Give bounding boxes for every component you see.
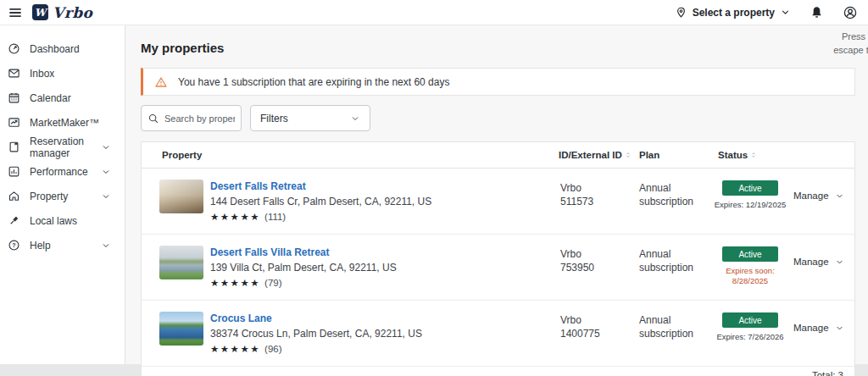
- property-rating: ★★★★★ (79): [210, 277, 397, 289]
- review-count: (111): [264, 212, 286, 222]
- property-address: 139 Villa Ct, Palm Desert, CA, 92211, US: [210, 262, 397, 274]
- property-plan: Annual subscription: [632, 246, 711, 274]
- sidebar-item-label: Inbox: [30, 68, 54, 80]
- mail-icon: [8, 67, 20, 80]
- manage-label: Manage: [793, 323, 829, 333]
- sort-icon: [625, 152, 632, 158]
- property-selector[interactable]: Select a property: [675, 6, 791, 19]
- star-rating-icons: ★★★★★: [210, 277, 260, 289]
- sidebar-item-label: MarketMaker™: [30, 117, 99, 129]
- sidebar-item-dashboard[interactable]: Dashboard: [0, 36, 125, 61]
- property-plan: Annual subscription: [632, 312, 711, 340]
- table-footer: Total: 3 properties: [142, 367, 854, 376]
- sidebar-item-label: Help: [30, 240, 51, 252]
- property-address: 38374 Crocus Ln, Palm Desert, CA, 92211,…: [210, 328, 422, 340]
- table-row: Crocus Lane 38374 Crocus Ln, Palm Desert…: [142, 301, 854, 367]
- sidebar-item-label: Dashboard: [30, 43, 80, 55]
- property-rating: ★★★★★ (96): [210, 343, 422, 355]
- gauge-icon: [8, 42, 20, 55]
- vrbo-wordmark: Vrbo: [53, 4, 92, 21]
- sidebar-item-label: Reservation manager: [30, 135, 92, 159]
- sort-icon: [750, 152, 757, 158]
- chevron-down-icon: [835, 323, 844, 333]
- star-rating-icons: ★★★★★: [210, 211, 260, 223]
- column-header-status[interactable]: Status: [711, 150, 789, 160]
- properties-table: Property ID/External ID Plan Status Dese…: [141, 141, 855, 376]
- filters-dropdown[interactable]: Filters: [250, 105, 370, 131]
- status-badge: Active: [722, 312, 778, 328]
- page-title: My properties: [141, 41, 855, 55]
- warning-triangle-icon: [154, 75, 168, 89]
- property-address: 144 Desert Falls Cr, Palm Desert, CA, 92…: [210, 196, 431, 207]
- expiry-date: Expires: 12/19/2025: [715, 200, 787, 210]
- escape-hint-text: Press escape to: [827, 30, 868, 57]
- property-search: [141, 105, 242, 131]
- chevron-down-icon: [101, 191, 111, 202]
- review-count: (96): [264, 344, 281, 354]
- property-name-link[interactable]: Desert Falls Retreat: [210, 180, 431, 192]
- property-name-link[interactable]: Crocus Lane: [210, 312, 422, 324]
- account-icon[interactable]: [843, 5, 858, 20]
- manage-dropdown[interactable]: Manage: [789, 180, 854, 201]
- gavel-icon: [8, 214, 20, 227]
- subscription-warning-banner: You have 1 subscription that are expirin…: [141, 68, 855, 96]
- sidebar-item-help[interactable]: Help: [0, 233, 125, 257]
- sidebar-item-local-laws[interactable]: Local laws: [0, 208, 125, 233]
- home-icon: [8, 190, 20, 202]
- property-rating: ★★★★★ (111): [210, 211, 431, 223]
- table-header-row: Property ID/External ID Plan Status: [142, 142, 854, 169]
- search-input[interactable]: [164, 113, 235, 124]
- property-thumbnail[interactable]: [159, 246, 203, 279]
- manage-label: Manage: [793, 257, 829, 267]
- top-bar: W Vrbo Select a property: [0, 0, 868, 25]
- help-icon: [8, 239, 20, 252]
- hamburger-menu-icon[interactable]: [7, 4, 24, 21]
- property-plan: Annual subscription: [632, 180, 711, 208]
- sidebar-item-inbox[interactable]: Inbox: [0, 61, 125, 86]
- sidebar-item-label: Performance: [30, 166, 88, 178]
- sidebar-item-reservation-manager[interactable]: Reservation manager: [0, 135, 125, 159]
- property-thumbnail[interactable]: [159, 180, 203, 213]
- calendar-icon: [8, 91, 20, 104]
- column-header-property[interactable]: Property: [142, 150, 552, 160]
- column-header-plan[interactable]: Plan: [632, 150, 711, 160]
- manage-dropdown[interactable]: Manage: [789, 246, 854, 267]
- property-id: Vrbo 753950: [552, 246, 632, 274]
- journal-icon: [8, 141, 20, 153]
- table-row: Desert Falls Villa Retreat 139 Villa Ct,…: [142, 235, 854, 301]
- sidebar-item-property[interactable]: Property: [0, 184, 125, 208]
- banner-message: You have 1 subscription that are expirin…: [178, 76, 449, 88]
- property-id: Vrbo 511573: [552, 180, 632, 208]
- status-badge: Active: [722, 180, 778, 196]
- chevron-down-icon: [101, 241, 111, 251]
- vrbo-logo[interactable]: W Vrbo: [32, 4, 92, 21]
- sidebar-item-calendar[interactable]: Calendar: [0, 86, 125, 110]
- chevron-down-icon: [780, 7, 791, 18]
- sidebar-item-label: Property: [30, 191, 68, 202]
- search-icon: [147, 113, 159, 124]
- manage-dropdown[interactable]: Manage: [789, 312, 854, 333]
- expiry-date: Expires: 7/26/2026: [716, 332, 783, 342]
- column-header-id[interactable]: ID/External ID: [552, 150, 632, 160]
- total-properties-text: Total: 3 properties: [800, 369, 843, 376]
- sidebar-nav: Dashboard Inbox Calendar MarketMaker™ Re…: [0, 25, 125, 364]
- property-id: Vrbo 1400775: [552, 312, 632, 340]
- property-name-link[interactable]: Desert Falls Villa Retreat: [210, 246, 397, 258]
- chevron-down-icon: [835, 257, 844, 267]
- review-count: (79): [264, 278, 281, 288]
- sidebar-item-marketmaker[interactable]: MarketMaker™: [0, 110, 125, 135]
- property-thumbnail[interactable]: [159, 312, 203, 346]
- chevron-down-icon: [350, 113, 360, 124]
- manage-label: Manage: [793, 191, 829, 201]
- expiry-date: Expires soon: 8/28/2025: [726, 266, 775, 286]
- chart-arrow-icon: [8, 116, 20, 129]
- sidebar-item-performance[interactable]: Performance: [0, 159, 125, 184]
- notifications-bell-icon[interactable]: [810, 5, 824, 19]
- chevron-down-icon: [101, 167, 111, 177]
- barchart-icon: [8, 165, 20, 178]
- sidebar-item-label: Local laws: [30, 215, 77, 227]
- star-rating-icons: ★★★★★: [210, 343, 260, 355]
- status-badge: Active: [722, 246, 778, 262]
- property-selector-label: Select a property: [693, 7, 775, 19]
- chevron-down-icon: [101, 142, 111, 152]
